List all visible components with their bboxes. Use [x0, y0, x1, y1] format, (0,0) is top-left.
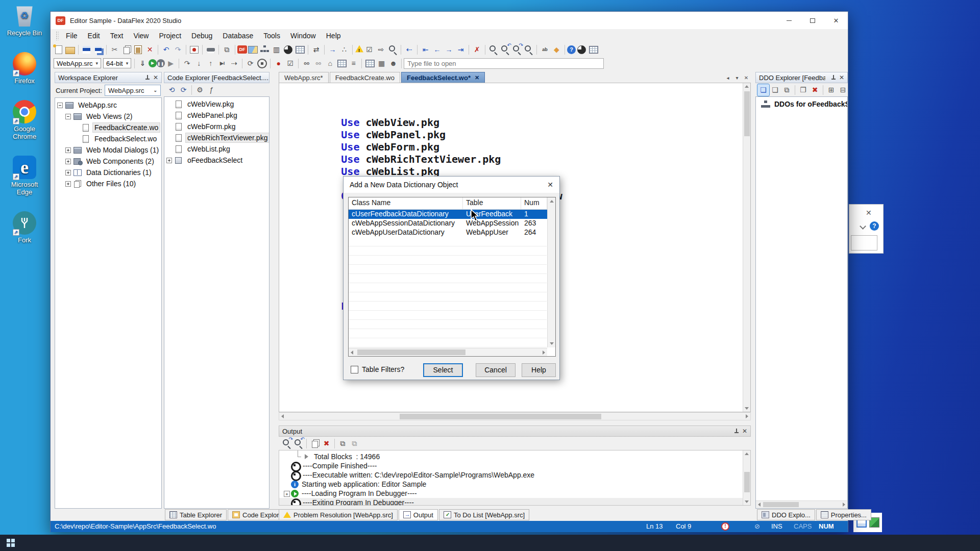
settings-icon[interactable]: ⚙	[194, 84, 206, 96]
open-file-input[interactable]	[404, 58, 604, 69]
pin-icon[interactable]	[830, 75, 836, 81]
collapse-ddo-icon[interactable]: ⊟	[837, 84, 849, 96]
tree-item[interactable]: WebApp.src	[55, 99, 161, 111]
tree-item[interactable]: DDOs for oFeedbackSele	[756, 98, 847, 110]
pause-icon[interactable]: ❚❚	[157, 59, 165, 67]
next-bookmark-icon[interactable]: →	[443, 44, 455, 56]
dock-tab[interactable]: Table Explorer	[165, 509, 227, 520]
tree-item[interactable]: cWebRichTextViewer.pkg	[164, 132, 269, 143]
table-filters-checkbox[interactable]	[351, 366, 358, 373]
save-icon[interactable]	[81, 44, 92, 56]
output-header[interactable]: Output ✕	[279, 425, 751, 437]
delete-ddo-icon[interactable]: ✖	[809, 84, 821, 96]
breakpoints-window-icon[interactable]: ☑	[284, 58, 296, 69]
chevron-down-icon[interactable]	[860, 223, 866, 230]
tree-item[interactable]: Web Components (2)	[55, 156, 161, 167]
find-next-output-icon[interactable]: ↷	[281, 438, 292, 449]
windows-start-button[interactable]	[7, 539, 15, 547]
output-line[interactable]: Total Blocks : 14966	[279, 452, 750, 461]
output-line[interactable]: ----Exiting Program In Debugger----	[279, 498, 750, 506]
copy-icon[interactable]	[120, 44, 132, 56]
clipboard-panes-icon[interactable]: ⧉	[221, 44, 233, 56]
cancel-button[interactable]: Cancel	[476, 363, 516, 377]
menu-item[interactable]: Tools	[258, 30, 285, 41]
desktop-icon[interactable]: ↗ Firefox	[4, 52, 45, 85]
last-bookmark-icon[interactable]: ⇥	[455, 44, 467, 56]
output-line[interactable]: ----Loading Program In Debugger----	[279, 489, 750, 498]
tree-expander-icon[interactable]	[65, 159, 71, 164]
help-icon[interactable]: ?	[567, 45, 576, 54]
dataflex-tool-icon[interactable]: DF	[237, 45, 247, 54]
tree-expander-icon[interactable]	[166, 158, 172, 163]
save-all-icon[interactable]	[92, 44, 104, 56]
menu-item[interactable]: Project	[154, 30, 186, 41]
step-over-icon[interactable]: ↷	[181, 58, 193, 69]
columns-tool-icon[interactable]: ▥	[271, 44, 282, 56]
copy-output-icon[interactable]	[309, 438, 321, 449]
menu-item[interactable]: Window	[285, 30, 321, 41]
functions-filter-icon[interactable]: ƒ	[206, 84, 217, 96]
todo-list-icon[interactable]: ☑	[363, 44, 375, 56]
search-workspace-icon[interactable]	[523, 44, 534, 56]
select-button[interactable]: Select	[423, 363, 463, 377]
editor-tab[interactable]: WebApp.src*	[279, 72, 329, 83]
print-icon[interactable]	[205, 44, 216, 56]
expand-ddo-icon[interactable]: ⊞	[825, 84, 837, 96]
add-multiple-ddo-icon[interactable]: ❏	[769, 84, 781, 96]
paste-icon[interactable]	[132, 44, 144, 56]
tree-item[interactable]: Web Views (2)	[55, 111, 161, 122]
locals-icon[interactable]: ⌂	[324, 58, 336, 69]
help-button[interactable]: Help	[522, 363, 556, 377]
title-bar[interactable]: DF Editor Sample - DataFlex 2020 Studio …	[51, 12, 848, 29]
menu-item[interactable]: View	[128, 30, 154, 41]
current-project-combo[interactable]: WebApp.src⌄	[105, 85, 161, 96]
quick-watch-icon[interactable]: oo	[312, 58, 324, 69]
column-header[interactable]: Num	[521, 197, 547, 209]
output-line[interactable]: ----Compile Finished----	[279, 461, 750, 470]
first-bookmark-icon[interactable]: ⇤	[420, 44, 431, 56]
stop-debug-icon[interactable]	[256, 58, 268, 69]
org-chart-tool-icon[interactable]	[259, 44, 271, 56]
undo-icon[interactable]: ↶	[160, 44, 172, 56]
tree-expander-icon[interactable]	[65, 147, 71, 153]
image-tool-icon[interactable]	[247, 44, 259, 56]
find-previous-icon[interactable]: ↶	[499, 44, 511, 56]
close-panel-icon[interactable]: ✕	[742, 428, 747, 435]
table-vertical-scrollbar[interactable]	[547, 197, 555, 347]
error-indicator-icon[interactable]: !	[721, 522, 729, 531]
record-macro-icon[interactable]	[188, 44, 200, 56]
session-pie-icon[interactable]	[576, 44, 587, 56]
maximize-button[interactable]	[801, 12, 824, 29]
tree-item[interactable]: cWebForm.pkg	[164, 121, 269, 132]
find-icon[interactable]	[487, 44, 499, 56]
help-icon[interactable]: ?	[870, 221, 879, 231]
code-explorer-header[interactable]: Code Explorer [FeedbackSelect.... ✕	[164, 72, 270, 83]
tab-list-icon[interactable]: ▾	[732, 73, 742, 83]
tree-item[interactable]: FeedbackCreate.wo	[55, 122, 161, 133]
menu-item[interactable]: Debug	[186, 30, 217, 41]
menu-item[interactable]: Database	[217, 30, 258, 41]
pin-icon[interactable]	[733, 429, 739, 434]
array-viewer-icon[interactable]	[336, 58, 348, 69]
tree-item[interactable]: cWebView.pkg	[164, 98, 269, 110]
watches-icon[interactable]: oo	[301, 58, 312, 69]
open-ddo-icon[interactable]: ❐	[797, 84, 809, 96]
pie-tool-icon[interactable]	[282, 44, 294, 56]
redo-icon[interactable]: ↷	[172, 44, 184, 56]
output-log[interactable]: Total Blocks : 14966 ----Compile Finishe…	[279, 450, 751, 506]
close-module-icon[interactable]: ⇠	[403, 44, 415, 56]
tree-item[interactable]: Data Dictionaries (1)	[55, 167, 161, 178]
table-search-tool-icon[interactable]	[294, 44, 306, 56]
compile-icon[interactable]: ⇓	[137, 58, 149, 69]
relations-icon[interactable]: ∴	[338, 44, 350, 56]
close-button[interactable]: ✕	[824, 12, 848, 29]
close-panel-icon[interactable]: ✕	[839, 74, 844, 81]
column-header[interactable]: Class Name	[349, 197, 463, 209]
ddo-horizontal-scrollbar[interactable]	[756, 500, 847, 508]
find-previous-output-icon[interactable]: ↶	[292, 438, 304, 449]
grid-view-icon[interactable]	[587, 44, 599, 56]
add-ddo-icon[interactable]: ❏	[757, 84, 769, 96]
previous-bookmark-icon[interactable]: ←	[431, 44, 443, 56]
export-icon[interactable]: ⇨	[375, 44, 387, 56]
copy-all-output-icon[interactable]: ⧉	[337, 438, 349, 449]
